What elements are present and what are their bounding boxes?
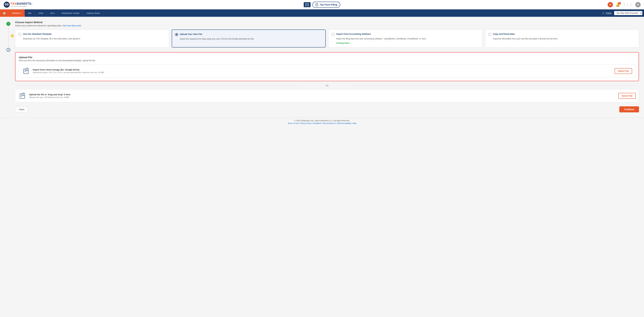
cloud-upload-sub: (Allowed file types: XLS, CSV, XLSX, and… bbox=[33, 72, 612, 74]
notification-button[interactable]: 🔔 0 bbox=[616, 3, 620, 7]
subtitle-text: Select your preferred method for uploadi… bbox=[15, 24, 62, 27]
footer-links: Terms of Use | Privacy Policy | Feedback… bbox=[2, 122, 642, 124]
header-owl-icon bbox=[608, 2, 613, 8]
svg-point-0 bbox=[4, 2, 10, 8]
logo-text: TAX BANDITS ® Your 1099 & W2 Experts bbox=[10, 2, 32, 7]
upload-section-subtitle: Once you fill in the necessary informati… bbox=[19, 59, 635, 62]
logo-owl-icon bbox=[3, 1, 10, 8]
top-header: TAX BANDITS ® Your 1099 & W2 Experts bbox=[0, 0, 644, 10]
help-link[interactable]: Help bbox=[352, 122, 356, 124]
logo-bandits: BANDITS bbox=[17, 2, 31, 6]
owl-face-icon bbox=[608, 3, 612, 6]
nav-item-1099w2[interactable]: 1099/W-2 bbox=[8, 10, 25, 17]
apps-grid-icon bbox=[306, 3, 309, 6]
logo-area: TAX BANDITS ® Your 1099 & W2 Experts bbox=[3, 1, 32, 8]
svg-point-11 bbox=[609, 3, 612, 6]
user-avatar[interactable]: R bbox=[635, 2, 641, 8]
radio-accounting[interactable] bbox=[332, 33, 334, 36]
import-methods-grid: Use Our Standard Template Download our C… bbox=[15, 30, 639, 48]
cursor-icon: 👆 bbox=[10, 34, 14, 38]
radio-standard-template[interactable] bbox=[18, 33, 21, 36]
cloud-upload-row: Import from cloud storage (Ex. Google Dr… bbox=[19, 64, 635, 78]
nav-item-1042[interactable]: 1042 bbox=[35, 10, 47, 17]
recommend-link[interactable]: Recommend Us bbox=[323, 122, 336, 124]
terms-link[interactable]: Terms of Use bbox=[288, 122, 298, 124]
method-card-upload-own[interactable]: Upload Your Own File Import the required… bbox=[172, 30, 326, 48]
upload-section-title: Upload File bbox=[19, 56, 635, 59]
radio-copy-paste[interactable] bbox=[488, 33, 491, 36]
method-card-standard-template[interactable]: Use Our Standard Template Download our C… bbox=[15, 30, 169, 48]
or-divider: OR bbox=[15, 84, 639, 87]
svg-point-14 bbox=[610, 4, 610, 5]
nav-item-94x[interactable]: 94x bbox=[25, 10, 35, 17]
back-button[interactable]: ‹ Back bbox=[15, 107, 28, 112]
method-desc-standard: Download our CSV template, fill in the i… bbox=[23, 37, 166, 40]
nav-item-aca[interactable]: ACA bbox=[47, 10, 58, 17]
radio-row-2: Upload Your Own File bbox=[175, 33, 322, 36]
drag-drop-icon bbox=[18, 92, 26, 100]
center-header: Tax Form Filing bbox=[304, 2, 340, 8]
cart-link[interactable]: 0 form bbox=[606, 12, 612, 14]
nav-item-distribution-center[interactable]: Distribution Center bbox=[58, 10, 83, 17]
radio-row-4: Copy and Paste Data bbox=[488, 33, 636, 36]
method-label-upload: Upload Your Own File bbox=[180, 33, 202, 36]
section-title: Choose Import Method bbox=[15, 21, 639, 24]
tax-year-select[interactable]: Tax Year 2023 (Current) bbox=[614, 11, 642, 15]
svg-point-5 bbox=[6, 4, 6, 4]
right-header: 🔔 0 ⋮⋮⋮ R bbox=[608, 2, 641, 8]
grid-menu-button[interactable]: ⋮⋮⋮ bbox=[622, 3, 632, 7]
tax-form-icon bbox=[315, 3, 319, 6]
privacy-link[interactable]: Privacy Policy bbox=[300, 122, 312, 124]
drag-drop-info: Upload the file or 'drag and drop' it he… bbox=[29, 93, 616, 98]
continue-button[interactable]: Continue bbox=[619, 106, 639, 112]
main-wrapper: ✓ 4 👆 Choose Import Method Select your p… bbox=[0, 17, 644, 118]
radio-upload-own[interactable] bbox=[175, 33, 178, 36]
method-label-copy: Copy and Paste Data bbox=[493, 33, 514, 35]
notification-badge: 0 bbox=[618, 2, 621, 5]
nav-bar: 🏠 1099/W-2 94x 1042 ACA Distribution Cen… bbox=[0, 10, 644, 17]
method-desc-accounting: Import the filing data from your account… bbox=[336, 37, 479, 40]
upload-file-section: Upload File Once you fill in the necessa… bbox=[15, 52, 639, 81]
tax-form-filing-label: Tax Form Filing bbox=[320, 3, 337, 6]
nav-item-address-book[interactable]: Address Book bbox=[83, 10, 104, 17]
drag-drop-title: Upload the file or 'drag and drop' it he… bbox=[29, 93, 616, 96]
footer-copyright: © 2024 TaxBandits.com, Span Enterprises … bbox=[2, 120, 642, 122]
drag-drop-section: Upload the file or 'drag and drop' it he… bbox=[15, 89, 639, 102]
method-desc-copy: Copy the information from your own file … bbox=[493, 37, 636, 40]
step-line-1 bbox=[8, 27, 8, 47]
apps-button[interactable] bbox=[304, 2, 310, 7]
feedback-link[interactable]: Feedback bbox=[313, 122, 321, 124]
bottom-nav: ‹ Back Continue bbox=[15, 106, 639, 118]
drag-drop-sub: (Allowed file type: CSV.Maximum file siz… bbox=[29, 96, 616, 98]
coming-soon-badge: Coming Soon ... bbox=[336, 42, 479, 44]
drag-drop-icon-box bbox=[18, 92, 26, 100]
logo-tagline: Your 1099 & W2 Experts bbox=[10, 6, 32, 7]
logo-tm: ® bbox=[31, 3, 32, 5]
tax-form-filing-button[interactable]: Tax Form Filing bbox=[312, 2, 340, 8]
drag-select-file-button[interactable]: Select File bbox=[618, 93, 636, 99]
step-4-badge: 4 bbox=[6, 48, 10, 52]
method-desc-upload: Import the required form data using your… bbox=[180, 38, 322, 40]
section-subtitle: Select your preferred method for uploadi… bbox=[15, 24, 639, 27]
footer: © 2024 TaxBandits.com, Span Enterprises … bbox=[0, 118, 644, 126]
see-how-link[interactable]: See how they work bbox=[62, 24, 81, 27]
step-check-icon: ✓ bbox=[6, 22, 10, 26]
step-indicators: ✓ 4 bbox=[6, 22, 10, 52]
radio-row-1: Use Our Standard Template bbox=[18, 33, 166, 36]
nav-home-button[interactable]: 🏠 bbox=[0, 10, 8, 17]
cloud-upload-info: Import from cloud storage (Ex. Google Dr… bbox=[33, 68, 612, 74]
nav-cart[interactable]: 🛒 0 form bbox=[600, 12, 614, 14]
method-card-copy-paste[interactable]: Copy and Paste Data Copy the information… bbox=[485, 30, 639, 48]
method-card-accounting[interactable]: Import from Accounting Software Import t… bbox=[328, 30, 482, 48]
cloud-upload-icon bbox=[22, 67, 30, 75]
method-label-standard: Use Our Standard Template bbox=[23, 33, 52, 35]
radio-row-3: Import from Accounting Software bbox=[332, 33, 479, 36]
svg-point-15 bbox=[611, 4, 611, 5]
logo-tax: TAX bbox=[10, 2, 17, 6]
cloud-upload-icon-box bbox=[22, 67, 30, 75]
method-label-accounting: Import from Accounting Software bbox=[336, 33, 371, 35]
accessibility-link[interactable]: Site Accessibility bbox=[338, 122, 351, 124]
cloud-select-file-button[interactable]: Select File bbox=[615, 68, 632, 74]
cloud-upload-title: Import from cloud storage (Ex. Google Dr… bbox=[33, 68, 612, 71]
svg-point-6 bbox=[8, 4, 8, 4]
